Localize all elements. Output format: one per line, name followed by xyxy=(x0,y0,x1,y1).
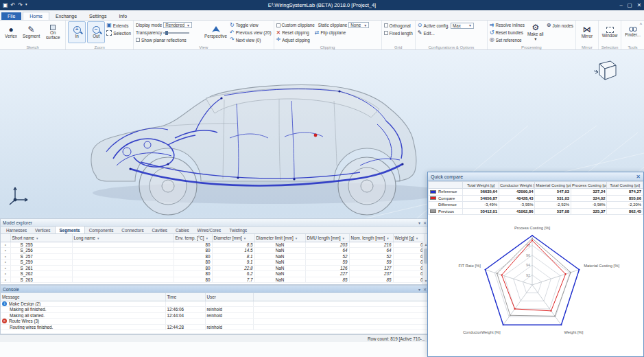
table-row[interactable]: ▫S_259809.1NaN59590 xyxy=(1,260,429,266)
previous-view-button[interactable]: ↶ Previous view (20) xyxy=(230,30,272,36)
fixed-length-checkbox[interactable]: Fixed length xyxy=(384,30,413,36)
filter-funnel-icon[interactable]: ▼ xyxy=(243,237,246,240)
ribbon-group-view: Display mode Rendered ▼ Transparency Sho… xyxy=(134,21,274,49)
zoom-in-button[interactable]: + In xyxy=(68,21,86,43)
filter-funnel-icon[interactable]: ▼ xyxy=(205,237,208,240)
column-header[interactable] xyxy=(1,234,10,242)
package-icon[interactable] xyxy=(591,58,619,82)
console-row[interactable]: Making all started.12:44:04reinhold xyxy=(1,312,429,319)
perspective-button[interactable]: Perspective xyxy=(203,21,228,43)
table-row[interactable]: ▫S_262806.2NaN2272370 xyxy=(1,271,429,277)
column-header[interactable]: Message xyxy=(1,293,165,301)
column-header[interactable]: Short name▼ xyxy=(10,234,72,242)
maximize-button[interactable]: ▢ xyxy=(628,2,632,8)
custom-clipplane-checkbox[interactable] xyxy=(276,23,281,27)
filter-funnel-icon[interactable]: ▼ xyxy=(97,237,99,240)
table-row[interactable]: ▫S_255808.5NaN2032160 xyxy=(1,242,429,248)
tab-components[interactable]: Components xyxy=(85,227,118,233)
column-header[interactable]: DMU length [mm]▼ xyxy=(305,234,349,242)
column-header[interactable]: Diameter limit [mm]▼ xyxy=(254,234,305,242)
static-clipplane-select[interactable]: None ▼ xyxy=(348,22,369,28)
edit-config-button[interactable]: ✎ Edit... xyxy=(418,30,485,36)
table-row[interactable]: ▫S_2568014.5NaN64640 xyxy=(1,248,429,254)
pin-icon[interactable]: ▾ xyxy=(418,220,420,225)
segment-button[interactable]: ✎ Segment xyxy=(21,21,41,43)
table-row[interactable]: ▫S_257808.1NaN52520 xyxy=(1,253,429,260)
compare-row[interactable]: Difference-3,49%-3,95%-2,92%-0,98%-2,20% xyxy=(429,202,643,209)
zoom-out-button[interactable]: − Out xyxy=(87,21,105,43)
toggle-view-button[interactable]: ↻ Toggle view xyxy=(230,22,272,29)
column-header[interactable]: Weight [g]▼ xyxy=(393,234,425,242)
zoom-extends-button[interactable]: ▣ Extends xyxy=(106,22,131,29)
console-row[interactable]: Routing wires finished.12:44:28reinhold xyxy=(1,324,429,330)
column-header[interactable]: Diameter [mm]▼ xyxy=(212,234,254,242)
ribbon-tab-settings[interactable]: Settings xyxy=(83,12,112,20)
mirror-button[interactable]: ⋈ Mirror xyxy=(578,21,596,43)
show-planar-reflections-checkbox[interactable]: Show planar reflections xyxy=(136,36,202,43)
column-header[interactable]: Time xyxy=(165,293,205,301)
console-row[interactable]: Making all finished.12:46:06reinhold xyxy=(1,307,429,313)
orthogonal-checkbox[interactable]: Orthogonal xyxy=(384,22,413,29)
active-config-select[interactable]: Max ▼ xyxy=(451,23,474,29)
tab-twistings[interactable]: Twistings xyxy=(225,227,251,233)
segment-icon: ✎ xyxy=(28,25,35,34)
ribbon-tab-file[interactable]: File xyxy=(1,12,21,20)
column-header[interactable]: User xyxy=(205,293,253,301)
transparency-slider[interactable] xyxy=(163,30,189,36)
adjust-clipping-button[interactable]: ✛ Adjust clipping xyxy=(276,37,379,44)
reset-bundles-button[interactable]: ↺ Reset bundles xyxy=(490,30,525,36)
console-row[interactable]: iMake Design (2) xyxy=(1,301,429,307)
tab-vertices[interactable]: Vertices xyxy=(31,227,54,233)
pin-icon[interactable]: ▾ xyxy=(418,287,420,292)
next-view-button[interactable]: ↷ Next view (0) xyxy=(230,36,272,43)
close-button[interactable]: ✕ xyxy=(637,2,641,8)
zoom-selection-button[interactable]: Selection xyxy=(106,30,131,36)
join-nodes-checkbox[interactable]: ⊕ Join nodes xyxy=(547,22,573,29)
console-row[interactable]: ✕Route Wires (3) xyxy=(1,319,429,325)
ribbon-collapse-button[interactable]: ^ xyxy=(640,22,642,27)
compare-row[interactable]: Previous55412,0141062,86537,08325,37862,… xyxy=(429,208,643,215)
resolve-inlines-button[interactable]: ⇉ Resolve inlines xyxy=(490,22,525,29)
column-header[interactable]: Long name▼ xyxy=(72,234,174,242)
table-row[interactable]: ▫S_263807.7NaN85850 xyxy=(1,277,429,283)
close-icon[interactable]: ✕ xyxy=(636,174,641,180)
ribbon-group-sketch: ● Vertex ✎ Segment On surface Sketch xyxy=(0,21,66,49)
filter-funnel-icon[interactable]: ▼ xyxy=(36,237,38,240)
close-icon[interactable]: ✕ xyxy=(423,287,427,292)
set-reference-button[interactable]: ◎ Set reference xyxy=(490,36,525,43)
table-row[interactable]: ▫S_2618022.8NaN1261270 xyxy=(1,265,429,271)
tab-connectors[interactable]: Connectors xyxy=(117,227,147,233)
quick-compare-title-bar[interactable]: Quick compare ✕ xyxy=(428,172,643,181)
minimize-button[interactable]: – xyxy=(619,2,622,8)
vertex-button[interactable]: ● Vertex xyxy=(2,21,20,43)
window-title: E³.WiringSystemLab (BETA) 2018.0 [Projec… xyxy=(0,2,644,8)
column-header[interactable]: Nom. length [mm]▼ xyxy=(349,234,393,242)
tab-cavities[interactable]: Cavities xyxy=(148,227,171,233)
make-all-button[interactable]: ⚙ Make all ▾ xyxy=(526,21,545,43)
ribbon-tab-home[interactable]: Home xyxy=(23,12,49,20)
filter-funnel-icon[interactable]: ▼ xyxy=(386,237,389,240)
tab-harnesses[interactable]: Harnesses xyxy=(2,227,31,233)
compare-row[interactable]: Reference56635,6442090,04547,03327,24874… xyxy=(429,189,643,196)
window-selection-button[interactable]: Window xyxy=(601,21,619,43)
tab-cables[interactable]: Cables xyxy=(171,227,193,233)
reset-clipping-button[interactable]: ✕ Reset clipping xyxy=(276,30,309,36)
column-header[interactable]: Env. temp. [°C]▼ xyxy=(174,234,212,242)
on-surface-icon xyxy=(50,25,56,30)
console-header[interactable]: Console ▾✕ xyxy=(1,286,429,293)
display-mode-select[interactable]: Rendered ▼ xyxy=(163,22,192,28)
ribbon-tab-info[interactable]: Info xyxy=(112,12,133,20)
tab-wires-cores[interactable]: Wires/Cores xyxy=(193,227,226,233)
column-header[interactable] xyxy=(253,293,429,301)
close-icon[interactable]: ✕ xyxy=(423,220,427,225)
svg-text:FIT Rate [%]: FIT Rate [%] xyxy=(458,264,481,268)
compare-row[interactable]: Compare54656,8740428,43531,03324,02855,0… xyxy=(429,195,643,202)
tab-segments[interactable]: Segments xyxy=(55,226,85,233)
on-surface-button[interactable]: On surface xyxy=(43,21,63,43)
svg-text:94: 94 xyxy=(526,263,530,267)
filter-funnel-icon[interactable]: ▼ xyxy=(342,237,345,240)
filter-funnel-icon[interactable]: ▼ xyxy=(295,237,298,240)
filter-funnel-icon[interactable]: ▼ xyxy=(416,237,418,240)
ribbon-tab-exchange[interactable]: Exchange xyxy=(49,12,83,20)
flip-clipplane-button[interactable]: ⇄ Flip clipplane xyxy=(315,30,346,36)
